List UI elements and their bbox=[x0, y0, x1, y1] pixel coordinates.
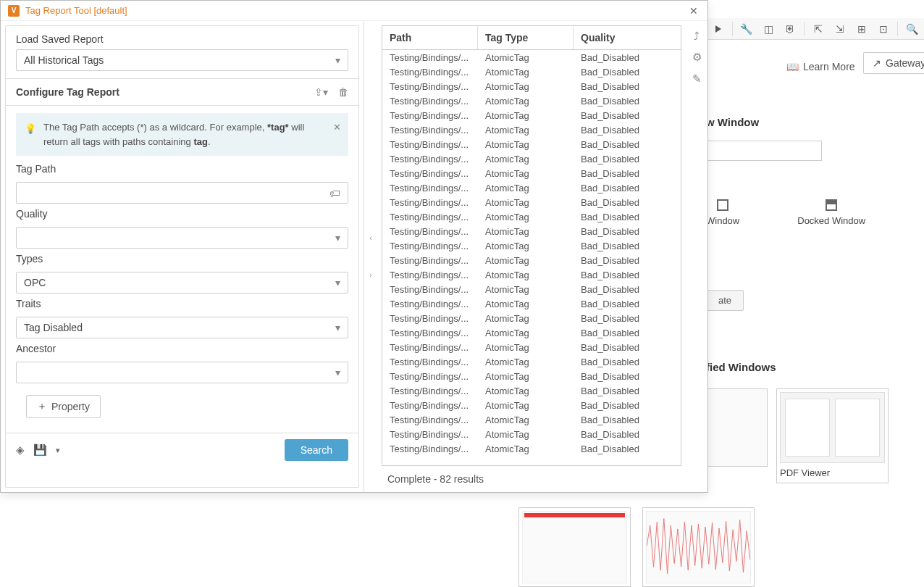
play-icon[interactable] bbox=[709, 20, 728, 38]
cell-quality: Bad_Disabled bbox=[574, 96, 681, 107]
cell-quality: Bad_Disabled bbox=[574, 255, 681, 266]
save-dropdown-icon[interactable]: ▾ bbox=[56, 446, 60, 455]
table-row[interactable]: Testing/Bindings/...AtomicTagBad_Disable… bbox=[382, 398, 681, 412]
collapse-icon[interactable]: ⇱ bbox=[809, 20, 828, 38]
shield-icon[interactable]: ⛨ bbox=[781, 20, 799, 38]
cell-type: AtomicTag bbox=[478, 284, 574, 295]
table-row[interactable]: Testing/Bindings/...AtomicTagBad_Disable… bbox=[382, 50, 681, 64]
ancestor-select[interactable]: ▾ bbox=[16, 362, 348, 383]
caret-down-icon: ▾ bbox=[335, 367, 340, 378]
save-icon[interactable]: 💾 bbox=[33, 444, 47, 457]
table-row[interactable]: Testing/Bindings/...AtomicTagBad_Disable… bbox=[382, 151, 681, 166]
table-row[interactable]: Testing/Bindings/...AtomicTagBad_Disable… bbox=[382, 122, 681, 137]
types-select[interactable]: OPC ▾ bbox=[16, 272, 348, 294]
cell-type: AtomicTag bbox=[478, 125, 574, 136]
gateway-button[interactable]: ↗ Gateway bbox=[863, 52, 924, 74]
main-window-option[interactable]: Window bbox=[706, 199, 739, 226]
results-side-tools: ⤴ ⚙ ✎ bbox=[686, 25, 707, 466]
edit-icon[interactable]: ✎ bbox=[692, 72, 702, 86]
cell-quality: Bad_Disabled bbox=[574, 444, 681, 454]
table-body[interactable]: Testing/Bindings/...AtomicTagBad_Disable… bbox=[382, 50, 681, 465]
table-row[interactable]: Testing/Bindings/...AtomicTagBad_Disable… bbox=[382, 166, 681, 180]
quality-select[interactable]: ▾ bbox=[16, 227, 348, 249]
lightbulb-icon: 💡 bbox=[25, 122, 36, 136]
column-quality[interactable]: Quality bbox=[574, 26, 681, 49]
wildcard-hint: 💡 The Tag Path accepts (*) as a wildcard… bbox=[16, 113, 348, 156]
table-row[interactable]: Testing/Bindings/...AtomicTagBad_Disable… bbox=[382, 195, 681, 209]
cell-type: AtomicTag bbox=[478, 357, 574, 367]
table-row[interactable]: Testing/Bindings/...AtomicTagBad_Disable… bbox=[382, 412, 681, 427]
table-row[interactable]: Testing/Bindings/...AtomicTagBad_Disable… bbox=[382, 238, 681, 253]
table-row[interactable]: Testing/Bindings/...AtomicTagBad_Disable… bbox=[382, 441, 681, 456]
tree-icon[interactable]: ⊞ bbox=[852, 20, 871, 38]
column-tag-type[interactable]: Tag Type bbox=[478, 26, 574, 49]
table-row[interactable]: Testing/Bindings/...AtomicTagBad_Disable… bbox=[382, 108, 681, 122]
table-row[interactable]: Testing/Bindings/...AtomicTagBad_Disable… bbox=[382, 354, 681, 369]
table-row[interactable]: Testing/Bindings/...AtomicTagBad_Disable… bbox=[382, 64, 681, 79]
cell-type: AtomicTag bbox=[478, 168, 574, 179]
grid-icon[interactable]: ⊡ bbox=[874, 20, 893, 38]
splitter[interactable]: ‹ › bbox=[364, 21, 377, 492]
new-window-input[interactable] bbox=[706, 141, 822, 161]
close-hint-button[interactable]: ✕ bbox=[333, 120, 341, 135]
learn-more-link[interactable]: 📖 Learn More bbox=[784, 57, 858, 77]
docked-window-option[interactable]: Docked Window bbox=[797, 199, 865, 226]
clear-icon[interactable]: ◈ bbox=[16, 444, 25, 457]
app-logo-icon: V bbox=[8, 5, 20, 17]
delete-config-icon[interactable]: 🗑 bbox=[338, 86, 348, 98]
chart-thumbnail-1[interactable] bbox=[518, 507, 631, 587]
table-row[interactable]: Testing/Bindings/...AtomicTagBad_Disable… bbox=[382, 79, 681, 93]
classified-windows-heading: fied Windows bbox=[706, 361, 776, 373]
pdf-viewer-thumbnail[interactable]: PDF Viewer bbox=[776, 388, 889, 483]
table-row[interactable]: Testing/Bindings/...AtomicTagBad_Disable… bbox=[382, 93, 681, 108]
table-row[interactable]: Testing/Bindings/...AtomicTagBad_Disable… bbox=[382, 340, 681, 354]
table-row[interactable]: Testing/Bindings/...AtomicTagBad_Disable… bbox=[382, 209, 681, 224]
cell-type: AtomicTag bbox=[478, 81, 574, 92]
export-icon[interactable]: ⤴ bbox=[694, 30, 700, 42]
cell-type: AtomicTag bbox=[478, 313, 574, 324]
expand-icon[interactable]: ⇲ bbox=[831, 20, 849, 38]
cell-type: AtomicTag bbox=[478, 241, 574, 251]
cell-type: AtomicTag bbox=[478, 444, 574, 454]
table-row[interactable]: Testing/Bindings/...AtomicTagBad_Disable… bbox=[382, 383, 681, 398]
table-row[interactable]: Testing/Bindings/...AtomicTagBad_Disable… bbox=[382, 267, 681, 282]
collapse-left-icon[interactable]: ‹ bbox=[369, 234, 371, 242]
create-button[interactable]: ate bbox=[706, 290, 744, 311]
book-icon: 📖 bbox=[786, 61, 799, 72]
table-row[interactable]: Testing/Bindings/...AtomicTagBad_Disable… bbox=[382, 325, 681, 340]
tag-path-input[interactable]: 🏷 bbox=[16, 182, 348, 204]
table-row[interactable]: Testing/Bindings/...AtomicTagBad_Disable… bbox=[382, 311, 681, 325]
cell-quality: Bad_Disabled bbox=[574, 67, 681, 78]
table-row[interactable]: Testing/Bindings/...AtomicTagBad_Disable… bbox=[382, 137, 681, 151]
table-row[interactable]: Testing/Bindings/...AtomicTagBad_Disable… bbox=[382, 427, 681, 441]
traits-select[interactable]: Tag Disabled ▾ bbox=[16, 317, 348, 338]
table-row[interactable]: Testing/Bindings/...AtomicTagBad_Disable… bbox=[382, 180, 681, 195]
settings-icon[interactable]: ⚙ bbox=[692, 51, 702, 64]
table-row[interactable]: Testing/Bindings/...AtomicTagBad_Disable… bbox=[382, 296, 681, 311]
cell-type: AtomicTag bbox=[478, 342, 574, 353]
configure-report-title: Configure Tag Report bbox=[16, 86, 119, 98]
cell-type: AtomicTag bbox=[478, 255, 574, 266]
wrench-icon[interactable]: 🔧 bbox=[737, 20, 756, 38]
chart-thumbnail-2[interactable] bbox=[642, 507, 755, 587]
table-row[interactable]: Testing/Bindings/...AtomicTagBad_Disable… bbox=[382, 369, 681, 383]
zoom-icon[interactable]: 🔍 bbox=[902, 20, 921, 38]
module-icon[interactable]: ◫ bbox=[759, 20, 778, 38]
search-button[interactable]: Search bbox=[285, 439, 348, 461]
table-row[interactable]: Testing/Bindings/...AtomicTagBad_Disable… bbox=[382, 224, 681, 238]
table-row[interactable]: Testing/Bindings/...AtomicTagBad_Disable… bbox=[382, 253, 681, 267]
add-property-button[interactable]: ＋ Property bbox=[26, 395, 101, 418]
load-saved-report-select[interactable]: All Historical Tags ▾ bbox=[16, 49, 348, 71]
tag-icon[interactable]: 🏷 bbox=[329, 187, 340, 199]
add-config-icon[interactable]: ⇪▾ bbox=[314, 86, 328, 98]
cell-type: AtomicTag bbox=[478, 110, 574, 121]
table-row[interactable]: Testing/Bindings/...AtomicTagBad_Disable… bbox=[382, 282, 681, 296]
column-path[interactable]: Path bbox=[382, 26, 478, 49]
expand-right-icon[interactable]: › bbox=[369, 271, 371, 279]
cell-quality: Bad_Disabled bbox=[574, 168, 681, 179]
dialog-close-button[interactable]: ✕ bbox=[687, 5, 700, 17]
cell-path: Testing/Bindings/... bbox=[382, 67, 478, 78]
results-table: Path Tag Type Quality Testing/Bindings/.… bbox=[382, 25, 681, 466]
cell-quality: Bad_Disabled bbox=[574, 371, 681, 382]
cell-path: Testing/Bindings/... bbox=[382, 139, 478, 150]
